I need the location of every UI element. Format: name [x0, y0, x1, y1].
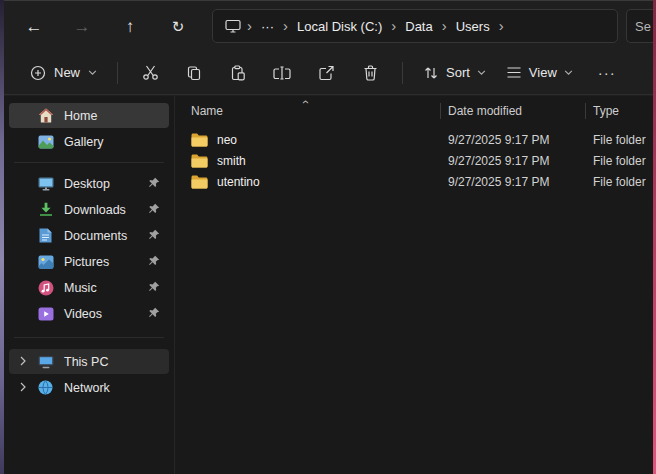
desktop-icon	[37, 177, 54, 191]
expand-chevron-icon[interactable]	[20, 382, 26, 392]
sidebar-item-music[interactable]: Music	[9, 275, 169, 300]
pin-icon	[148, 307, 160, 319]
sort-button[interactable]: Sort	[413, 59, 496, 86]
sidebar-item-label: Videos	[64, 307, 102, 321]
sidebar-item-label: This PC	[64, 355, 108, 369]
search-placeholder-text: Se	[635, 19, 651, 34]
documents-icon	[37, 228, 54, 243]
breadcrumb-chevron-icon: ›	[440, 18, 449, 35]
network-icon	[37, 380, 54, 395]
file-date-cell: 9/27/2025 9:17 PM	[440, 175, 585, 189]
more-ellipsis-icon: ···	[598, 64, 616, 81]
sidebar-item-label: Gallery	[64, 135, 104, 149]
breadcrumb-chevron-icon: ›	[497, 18, 506, 35]
column-header-type[interactable]: Type	[585, 96, 653, 126]
sidebar-item-network[interactable]: Network	[9, 375, 169, 400]
rename-icon	[273, 66, 291, 80]
navigation-bar: ← → ↑ ↻ › ··· › Local Disk (C:) › Data ›…	[4, 1, 653, 51]
navigation-pane: Home Gallery	[4, 96, 174, 474]
file-date-cell: 9/27/2025 9:17 PM	[440, 154, 585, 168]
sidebar-item-this-pc[interactable]: This PC	[9, 349, 169, 374]
window-edge-accent-left	[0, 0, 4, 474]
sidebar-item-label: Downloads	[64, 203, 126, 217]
file-name-cell: utentino	[175, 175, 440, 189]
breadcrumb-segment-data[interactable]: Data	[398, 16, 439, 37]
copy-icon	[186, 65, 202, 81]
forward-button[interactable]: →	[62, 10, 102, 42]
toolbar-separator	[117, 62, 118, 84]
rename-button[interactable]	[260, 56, 304, 90]
table-row[interactable]: neo 9/27/2025 9:17 PM File folder	[175, 129, 653, 150]
downloads-icon	[37, 202, 54, 217]
new-button[interactable]: New	[20, 59, 107, 87]
file-type-cell: File folder	[585, 175, 653, 189]
column-header-date-modified[interactable]: Date modified	[440, 96, 585, 126]
breadcrumb-segment-drive[interactable]: Local Disk (C:)	[290, 16, 389, 37]
back-button[interactable]: ←	[14, 10, 54, 42]
videos-icon	[37, 307, 54, 321]
sidebar-item-label: Music	[64, 281, 97, 295]
file-type-cell: File folder	[585, 154, 653, 168]
column-headers: Name › Date modified Type	[175, 96, 653, 126]
pin-icon	[148, 281, 160, 293]
delete-trash-icon	[363, 65, 378, 81]
expand-chevron-icon[interactable]	[20, 356, 26, 366]
breadcrumb-chevron-icon: ›	[245, 18, 254, 35]
sidebar-item-label: Desktop	[64, 177, 110, 191]
sidebar-item-label: Network	[64, 381, 110, 395]
main-area: Home Gallery	[4, 96, 653, 474]
copy-button[interactable]	[172, 56, 216, 90]
table-row[interactable]: smith 9/27/2025 9:17 PM File folder	[175, 150, 653, 171]
file-list: Name › Date modified Type	[174, 96, 653, 474]
paste-button[interactable]	[216, 56, 260, 90]
file-name-cell: neo	[175, 133, 440, 147]
sidebar-item-documents[interactable]: Documents	[9, 223, 169, 248]
sidebar-item-label: Pictures	[64, 255, 109, 269]
up-icon: ↑	[126, 18, 135, 35]
sidebar-item-pictures[interactable]: Pictures	[9, 249, 169, 274]
cut-button[interactable]	[128, 56, 172, 90]
see-more-button[interactable]: ···	[589, 56, 625, 90]
refresh-button[interactable]: ↻	[158, 10, 198, 42]
sidebar-item-videos[interactable]: Videos	[9, 301, 169, 326]
delete-button[interactable]	[348, 56, 392, 90]
sidebar-item-downloads[interactable]: Downloads	[9, 197, 169, 222]
breadcrumb-chevron-icon: ›	[389, 18, 398, 35]
sidebar-separator	[14, 337, 164, 338]
cut-scissors-icon	[142, 64, 159, 81]
pin-icon	[148, 203, 160, 215]
folder-icon	[191, 175, 208, 189]
column-header-label: Name	[191, 104, 223, 118]
sidebar-item-desktop[interactable]: Desktop	[9, 171, 169, 196]
pin-icon	[148, 177, 160, 189]
sidebar-item-label: Documents	[64, 229, 127, 243]
pictures-icon	[37, 255, 54, 269]
gallery-icon	[37, 135, 54, 149]
file-rows: neo 9/27/2025 9:17 PM File folder smi	[175, 126, 653, 192]
address-bar[interactable]: › ··· › Local Disk (C:) › Data › Users ›	[212, 9, 618, 43]
pin-icon	[148, 229, 160, 241]
view-button[interactable]: View	[496, 59, 583, 86]
sort-arrows-icon	[423, 66, 439, 80]
refresh-icon: ↻	[172, 19, 185, 34]
new-button-label: New	[54, 65, 80, 80]
this-pc-icon	[37, 355, 54, 369]
search-input[interactable]: Se	[626, 9, 653, 43]
sort-ascending-icon: ›	[299, 100, 311, 104]
share-button[interactable]	[304, 56, 348, 90]
breadcrumb-overflow-button[interactable]: ···	[254, 16, 281, 37]
sidebar-item-home[interactable]: Home	[9, 103, 169, 128]
paste-clipboard-icon	[230, 65, 246, 81]
share-icon	[318, 65, 334, 81]
this-pc-monitor-icon	[225, 19, 241, 33]
column-header-name[interactable]: Name ›	[175, 96, 440, 126]
back-icon: ←	[26, 18, 43, 35]
new-plus-icon	[30, 65, 46, 81]
sidebar-item-gallery[interactable]: Gallery	[9, 129, 169, 154]
toolbar-separator	[402, 62, 403, 84]
breadcrumb-segment-users[interactable]: Users	[449, 16, 497, 37]
breadcrumb-chevron-icon: ›	[281, 18, 290, 35]
up-button[interactable]: ↑	[110, 10, 150, 42]
table-row[interactable]: utentino 9/27/2025 9:17 PM File folder	[175, 171, 653, 192]
view-list-icon	[506, 66, 522, 79]
